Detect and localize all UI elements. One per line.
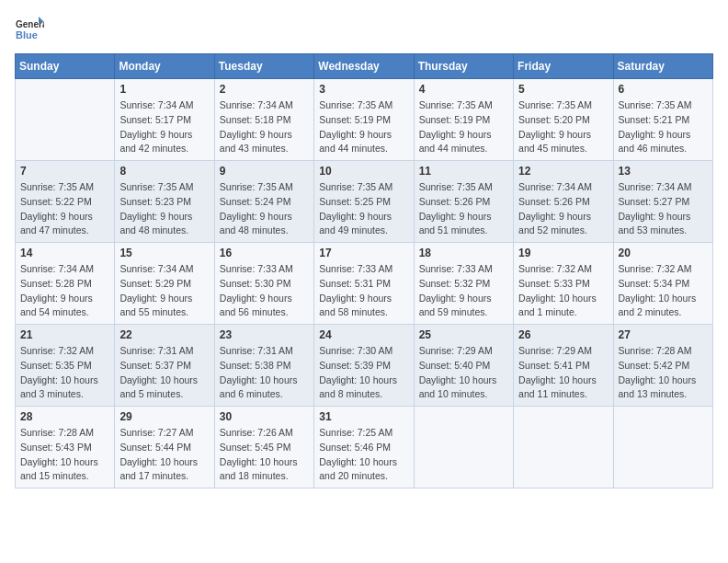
day-info: Sunrise: 7:33 AM Sunset: 5:32 PM Dayligh… [419,262,508,320]
calendar-cell: 4 Sunrise: 7:35 AM Sunset: 5:19 PM Dayli… [414,79,513,161]
calendar-cell: 17 Sunrise: 7:33 AM Sunset: 5:31 PM Dayl… [314,243,414,325]
calendar-cell: 9 Sunrise: 7:35 AM Sunset: 5:24 PM Dayli… [214,161,313,243]
day-info: Sunrise: 7:33 AM Sunset: 5:30 PM Dayligh… [220,262,309,320]
calendar-cell: 16 Sunrise: 7:33 AM Sunset: 5:30 PM Dayl… [214,243,313,325]
sunrise-text: Sunrise: 7:29 AM [518,345,592,356]
calendar-week-row: 14 Sunrise: 7:34 AM Sunset: 5:28 PM Dayl… [16,243,713,325]
sunrise-text: Sunrise: 7:35 AM [518,99,592,110]
daylight-text: Daylight: 9 hours and 55 minutes. [119,293,192,318]
calendar-cell: 3 Sunrise: 7:35 AM Sunset: 5:19 PM Dayli… [314,79,414,161]
day-info: Sunrise: 7:26 AM Sunset: 5:45 PM Dayligh… [220,426,309,484]
calendar-cell: 8 Sunrise: 7:35 AM Sunset: 5:23 PM Dayli… [115,161,214,243]
day-info: Sunrise: 7:32 AM Sunset: 5:35 PM Dayligh… [20,344,109,402]
calendar-cell: 27 Sunrise: 7:28 AM Sunset: 5:42 PM Dayl… [613,325,712,407]
daylight-text: Daylight: 10 hours and 1 minute. [518,293,597,318]
daylight-text: Daylight: 10 hours and 10 minutes. [419,374,497,400]
day-info: Sunrise: 7:34 AM Sunset: 5:17 PM Dayligh… [119,98,209,156]
daylight-text: Daylight: 10 hours and 20 minutes. [319,456,397,482]
day-number: 4 [419,83,508,96]
daylight-text: Daylight: 9 hours and 42 minutes. [119,129,192,155]
day-info: Sunrise: 7:35 AM Sunset: 5:25 PM Dayligh… [319,180,408,238]
day-number: 8 [119,165,209,178]
sunset-text: Sunset: 5:24 PM [220,196,291,207]
day-number: 2 [220,83,309,96]
calendar-cell: 19 Sunrise: 7:32 AM Sunset: 5:33 PM Dayl… [514,243,613,325]
weekday-header-sunday: Sunday [16,54,115,79]
daylight-text: Daylight: 9 hours and 48 minutes. [119,211,192,236]
daylight-text: Daylight: 9 hours and 43 minutes. [220,129,292,155]
day-info: Sunrise: 7:35 AM Sunset: 5:19 PM Dayligh… [419,98,508,156]
day-info: Sunrise: 7:35 AM Sunset: 5:19 PM Dayligh… [319,98,408,156]
weekday-header-wednesday: Wednesday [314,54,414,79]
day-number: 17 [319,247,408,259]
sunset-text: Sunset: 5:21 PM [619,114,690,125]
calendar-week-row: 7 Sunrise: 7:35 AM Sunset: 5:22 PM Dayli… [16,161,713,243]
sunrise-text: Sunrise: 7:34 AM [518,181,592,192]
day-info: Sunrise: 7:35 AM Sunset: 5:22 PM Dayligh… [20,180,109,238]
sunset-text: Sunset: 5:17 PM [119,114,191,125]
sunrise-text: Sunrise: 7:27 AM [119,427,193,438]
calendar-cell: 18 Sunrise: 7:33 AM Sunset: 5:32 PM Dayl… [414,243,513,325]
day-number: 10 [319,165,408,178]
day-number: 27 [619,328,708,341]
svg-text:Blue: Blue [16,29,38,40]
weekday-header-row: SundayMondayTuesdayWednesdayThursdayFrid… [16,54,713,79]
logo: General Blue [15,15,44,44]
daylight-text: Daylight: 10 hours and 13 minutes. [619,374,697,400]
day-info: Sunrise: 7:27 AM Sunset: 5:44 PM Dayligh… [119,426,209,484]
day-number: 15 [119,247,209,259]
calendar-cell: 11 Sunrise: 7:35 AM Sunset: 5:26 PM Dayl… [414,161,513,243]
sunrise-text: Sunrise: 7:34 AM [619,181,692,192]
sunrise-text: Sunrise: 7:33 AM [419,263,493,274]
sunset-text: Sunset: 5:31 PM [319,278,391,289]
sunrise-text: Sunrise: 7:31 AM [220,345,293,356]
sunset-text: Sunset: 5:42 PM [619,360,690,371]
sunrise-text: Sunrise: 7:32 AM [20,345,94,356]
calendar-cell: 6 Sunrise: 7:35 AM Sunset: 5:21 PM Dayli… [613,79,712,161]
sunrise-text: Sunrise: 7:29 AM [419,345,493,356]
day-info: Sunrise: 7:28 AM Sunset: 5:42 PM Dayligh… [619,344,708,402]
day-info: Sunrise: 7:25 AM Sunset: 5:46 PM Dayligh… [319,426,408,484]
day-info: Sunrise: 7:30 AM Sunset: 5:39 PM Dayligh… [319,344,408,402]
calendar-cell [414,407,513,488]
day-info: Sunrise: 7:35 AM Sunset: 5:26 PM Dayligh… [419,180,508,238]
day-info: Sunrise: 7:35 AM Sunset: 5:24 PM Dayligh… [220,180,309,238]
sunrise-text: Sunrise: 7:28 AM [20,427,94,438]
day-info: Sunrise: 7:31 AM Sunset: 5:38 PM Dayligh… [220,344,309,402]
daylight-text: Daylight: 9 hours and 53 minutes. [619,211,691,236]
day-number: 30 [220,410,309,423]
day-number: 19 [518,247,608,259]
sunrise-text: Sunrise: 7:32 AM [518,263,592,274]
day-info: Sunrise: 7:29 AM Sunset: 5:40 PM Dayligh… [419,344,508,402]
sunrise-text: Sunrise: 7:30 AM [319,345,392,356]
calendar-week-row: 21 Sunrise: 7:32 AM Sunset: 5:35 PM Dayl… [16,325,713,407]
calendar-cell: 15 Sunrise: 7:34 AM Sunset: 5:29 PM Dayl… [115,243,214,325]
sunrise-text: Sunrise: 7:35 AM [119,181,193,192]
daylight-text: Daylight: 9 hours and 48 minutes. [220,211,292,236]
day-number: 9 [220,165,309,178]
sunset-text: Sunset: 5:34 PM [619,278,690,289]
calendar-cell: 12 Sunrise: 7:34 AM Sunset: 5:26 PM Dayl… [514,161,613,243]
calendar-cell: 14 Sunrise: 7:34 AM Sunset: 5:28 PM Dayl… [16,243,115,325]
sunrise-text: Sunrise: 7:32 AM [619,263,692,274]
sunset-text: Sunset: 5:19 PM [319,114,391,125]
daylight-text: Daylight: 9 hours and 54 minutes. [20,293,93,318]
sunset-text: Sunset: 5:35 PM [20,360,92,371]
sunrise-text: Sunrise: 7:35 AM [319,99,392,110]
sunrise-text: Sunrise: 7:25 AM [319,427,392,438]
daylight-text: Daylight: 9 hours and 59 minutes. [419,293,492,318]
day-number: 11 [419,165,508,178]
logo-container: General Blue [15,15,44,44]
sunrise-text: Sunrise: 7:34 AM [119,263,193,274]
sunset-text: Sunset: 5:33 PM [518,278,590,289]
calendar-cell: 5 Sunrise: 7:35 AM Sunset: 5:20 PM Dayli… [514,79,613,161]
day-info: Sunrise: 7:28 AM Sunset: 5:43 PM Dayligh… [20,426,109,484]
sunrise-text: Sunrise: 7:33 AM [220,263,293,274]
day-info: Sunrise: 7:31 AM Sunset: 5:37 PM Dayligh… [119,344,209,402]
sunset-text: Sunset: 5:18 PM [220,114,291,125]
sunset-text: Sunset: 5:20 PM [518,114,590,125]
calendar-week-row: 28 Sunrise: 7:28 AM Sunset: 5:43 PM Dayl… [16,407,713,488]
day-number: 24 [319,328,408,341]
calendar-cell: 10 Sunrise: 7:35 AM Sunset: 5:25 PM Dayl… [314,161,414,243]
daylight-text: Daylight: 10 hours and 6 minutes. [220,374,298,400]
